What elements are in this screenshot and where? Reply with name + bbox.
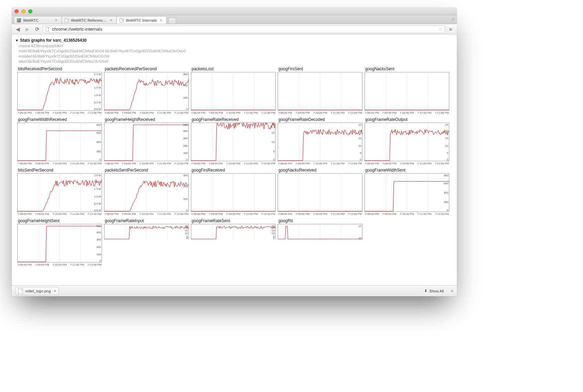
svg-text:2.0 M: 2.0 M <box>94 79 101 82</box>
file-icon <box>18 288 23 294</box>
svg-text:5: 5 <box>273 235 275 238</box>
chart-plot: 0.0 M0.5 M1.0 M1.5 M2.0 M2.5 M <box>17 173 102 212</box>
downloads-shelf: vidtel_logo.png ▾ ⬇ Show All × <box>12 285 457 296</box>
chart-xaxis: 7:08:00 PM7:09:00 PM7:10:00 PM7:11:00 PM… <box>104 111 189 114</box>
section-title: Stats graphs for ssrc_4136526430 <box>20 38 86 43</box>
stats-section-header[interactable]: ▼ Stats graphs for ssrc_4136526430 <box>14 37 455 43</box>
svg-text:5: 5 <box>273 150 275 153</box>
chart-title: bitsSentPerSecond <box>17 167 102 173</box>
disclosure-triangle-icon[interactable]: ▼ <box>15 39 19 42</box>
chart-xaxis <box>104 239 189 240</box>
chrome-menu-button[interactable]: ≡ <box>447 26 455 32</box>
stats-chart: packetsSentPerSecond01002003007:08:00 PM… <box>104 167 189 216</box>
tab-label: WebRTC Internals <box>126 18 157 22</box>
chart-title: googFrameRateOutput <box>365 116 449 123</box>
svg-text:600: 600 <box>444 182 449 185</box>
show-all-downloads-button[interactable]: ⬇ Show All <box>424 289 444 293</box>
window-titlebar <box>12 8 457 15</box>
svg-text:400: 400 <box>96 231 101 234</box>
svg-text:15: 15 <box>358 225 362 228</box>
svg-text:500: 500 <box>183 123 188 126</box>
chart-plot <box>365 72 449 111</box>
browser-tab[interactable]: WebRTC Reference App× <box>62 16 117 24</box>
charts-grid: bitsReceivedPerSecond0.0 M0.5 M1.0 M1.5 … <box>14 66 455 268</box>
address-bar[interactable]: chrome://webrtc-internals ☆ <box>43 25 445 33</box>
svg-text:1.5 M: 1.5 M <box>94 86 101 90</box>
svg-text:400: 400 <box>96 141 101 144</box>
chart-title: googFirsSent <box>278 66 362 72</box>
bookmark-star-icon[interactable]: ☆ <box>438 26 443 32</box>
new-tab-button[interactable] <box>168 18 176 24</box>
svg-text:200: 200 <box>96 246 101 249</box>
svg-text:0: 0 <box>100 259 101 262</box>
minimize-window-button[interactable] <box>21 9 25 13</box>
url-text: chrome://webrtc-internals <box>52 27 102 32</box>
forward-button[interactable]: ▶ <box>23 25 32 33</box>
stats-chart: googFrameRateOutput05101520257:08:00 PM7… <box>365 116 449 165</box>
close-shelf-button[interactable]: × <box>451 288 453 294</box>
page-icon <box>45 27 50 32</box>
close-tab-button[interactable]: × <box>54 18 58 23</box>
svg-text:800: 800 <box>444 174 449 177</box>
svg-text:0: 0 <box>447 158 449 161</box>
chart-plot: 0100200300 <box>104 173 189 212</box>
chart-plot: 0510152025 <box>104 224 189 239</box>
stats-chart: googFrameRateDecoded05101520257:08:00 PM… <box>278 116 362 165</box>
svg-text:500: 500 <box>96 225 101 228</box>
close-tab-button[interactable]: × <box>109 18 113 23</box>
back-button[interactable]: ◀ <box>14 25 22 33</box>
meta-label: label:6E9IaEYkyxIkTCxDgc82ZGoEhlCfxNuCKr… <box>19 59 455 64</box>
svg-text:25: 25 <box>185 225 188 228</box>
zoom-window-button[interactable] <box>28 9 32 13</box>
stats-chart: packetsReceivedPerSecond01002003007:08:0… <box>104 66 189 114</box>
document-favicon-icon <box>65 18 69 22</box>
stats-chart: googFirsSent7:08:00 PM7:09:00 PM7:10:00 … <box>278 66 362 114</box>
chart-xaxis: 7:08:00 PM7:09:00 PM7:10:00 PM7:11:00 PM… <box>104 161 189 165</box>
svg-text:0: 0 <box>447 209 449 212</box>
close-tab-button[interactable]: × <box>159 18 163 23</box>
svg-text:100: 100 <box>183 197 188 200</box>
chart-xaxis: 7:08:00 PM7:09:00 PM7:10:00 PM7:11:00 PM… <box>191 212 276 216</box>
svg-text:800: 800 <box>96 123 101 126</box>
expand-icon[interactable]: ⤢ <box>451 17 455 22</box>
page-content: ▼ Stats graphs for ssrc_4136526430 cname… <box>12 34 457 285</box>
svg-text:200: 200 <box>96 150 101 153</box>
reload-button[interactable]: ⟳ <box>33 25 41 33</box>
chart-title: packetsReceivedPerSecond <box>104 66 189 72</box>
chart-xaxis: 7:08:00 PM7:09:00 PM7:10:00 PM7:11:00 PM… <box>278 212 362 216</box>
chart-xaxis: 7:08:00 PM7:09:00 PM7:10:00 PM7:11:00 PM… <box>365 212 449 216</box>
download-item[interactable]: vidtel_logo.png ▾ <box>15 287 59 295</box>
toolbar: ◀ ▶ ⟳ chrome://webrtc-internals ☆ ≡ <box>12 24 457 34</box>
browser-tab[interactable]: WebRTC× <box>14 16 62 24</box>
svg-text:15: 15 <box>445 137 448 140</box>
svg-text:0.5 M: 0.5 M <box>94 203 101 206</box>
svg-text:20: 20 <box>445 130 448 133</box>
svg-text:10: 10 <box>358 237 362 239</box>
svg-text:5: 5 <box>447 152 449 155</box>
close-window-button[interactable] <box>14 9 19 13</box>
chart-plot <box>191 173 276 212</box>
chart-xaxis: 7:08:00 PM7:09:00 PM7:10:00 PM7:11:00 PM… <box>17 212 102 216</box>
svg-text:2.0 M: 2.0 M <box>94 180 101 183</box>
chart-plot: 0.0 M0.5 M1.0 M1.5 M2.0 M2.5 M <box>17 72 102 111</box>
stats-chart: googFrameRateInput0510152025 <box>104 218 189 266</box>
browser-tab[interactable]: WebRTC Internals× <box>116 16 167 24</box>
svg-text:300: 300 <box>183 174 188 177</box>
chart-xaxis <box>191 239 276 240</box>
chart-xaxis: 7:08:00 PM7:09:00 PM7:10:00 PM7:11:00 PM… <box>191 111 276 114</box>
chart-title: googFrameHeightReceived <box>104 116 189 123</box>
meta-mslabel: mslabel:6E9IaEYkyxIkTCxDgc82ZGoEhlCfxNuC… <box>19 54 455 59</box>
svg-text:10: 10 <box>445 144 448 147</box>
svg-text:2.5 M: 2.5 M <box>94 174 101 177</box>
tab-label: WebRTC Reference App <box>71 18 107 22</box>
svg-text:600: 600 <box>96 131 101 134</box>
chart-xaxis: 7:08:00 PM7:09:00 PM7:10:00 PM7:11:00 PM… <box>365 161 449 165</box>
svg-text:15: 15 <box>358 137 361 140</box>
svg-text:5: 5 <box>360 152 362 155</box>
svg-text:1.0 M: 1.0 M <box>94 94 101 97</box>
chart-xaxis: 7:08:00 PM7:09:00 PM7:10:00 PM7:11:00 PM… <box>278 161 362 165</box>
chart-plot <box>278 173 362 212</box>
chevron-down-icon[interactable]: ▾ <box>54 289 56 293</box>
chart-title: googFrameRateSent <box>191 218 276 224</box>
svg-text:300: 300 <box>183 137 188 140</box>
